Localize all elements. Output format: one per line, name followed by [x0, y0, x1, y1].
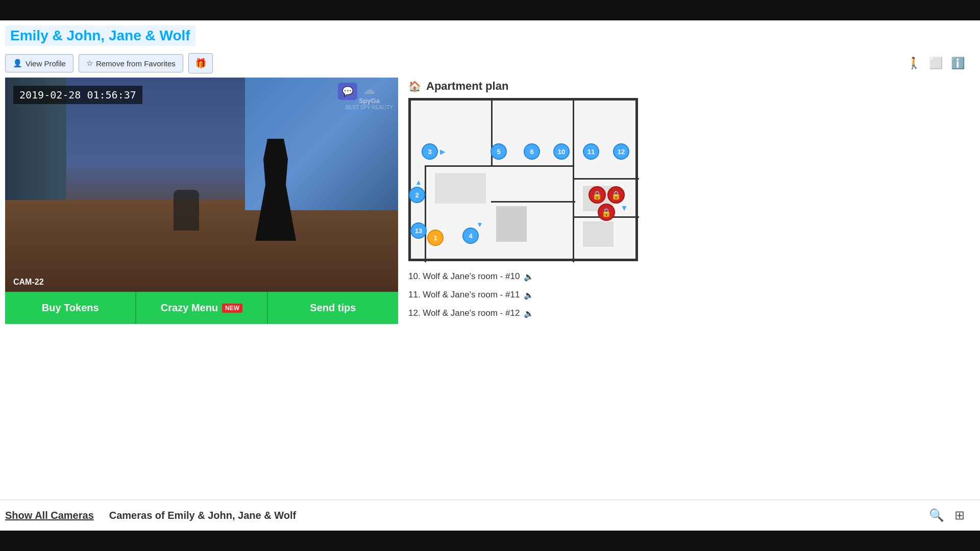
view-profile-button[interactable]: 👤 View Profile: [5, 54, 74, 72]
cam-12-label: 12: [618, 148, 625, 156]
cam-5-label: 5: [497, 148, 500, 156]
gift-icon: 🎁: [195, 58, 206, 68]
video-timestamp: 2019-02-28 01:56:37: [13, 86, 142, 104]
camera-list-item-10: 10. Wolf & Jane's room - #10 🔈: [408, 271, 975, 282]
crazy-menu-label: Crazy Menu: [161, 302, 218, 314]
action-bar: 👤 View Profile ☆ Remove from Favorites 🎁…: [0, 49, 980, 78]
cam-marker-5[interactable]: 5: [491, 143, 507, 160]
crazy-menu-button[interactable]: Crazy Menu NEW: [135, 292, 267, 324]
remove-favorites-label: Remove from Favorites: [96, 59, 176, 68]
cam-marker-6[interactable]: 6: [524, 143, 540, 160]
cameras-of-label: Cameras of Emily & John, Jane & Wolf: [109, 510, 296, 521]
cam-marker-4[interactable]: 4: [462, 228, 479, 244]
send-tips-label: Send tips: [310, 302, 356, 313]
cam-marker-11[interactable]: 11: [583, 143, 599, 160]
cam-4-label: 4: [469, 232, 472, 240]
cam-marker-1[interactable]: 1: [427, 230, 444, 246]
grid-icon[interactable]: ⊞: [954, 508, 965, 522]
cam-10-label: 10: [558, 148, 565, 156]
lock-arrow: ▼: [620, 204, 628, 213]
arrow-3: ▶: [440, 147, 446, 156]
sound-icon-10[interactable]: 🔈: [524, 272, 534, 282]
content-area: 2019-02-28 01:56:37 CAM-22 ☁ SpyGa BEST …: [0, 78, 980, 531]
sound-icon-12[interactable]: 🔈: [524, 309, 534, 318]
buy-tokens-label: Buy Tokens: [42, 302, 99, 313]
cam-marker-13[interactable]: 13: [410, 222, 427, 239]
person-motion-icon[interactable]: 🚶: [907, 57, 921, 70]
camera-list-item-12: 12. Wolf & Jane's room - #12 🔈: [408, 308, 975, 318]
lock-2: 🔒: [607, 186, 625, 204]
cam-3-label: 3: [428, 148, 431, 156]
cam-marker-12[interactable]: 12: [613, 143, 629, 160]
camera-10-text: 10. Wolf & Jane's room - #10: [408, 271, 520, 282]
sound-icon-11[interactable]: 🔈: [524, 290, 534, 300]
cam-6-label: 6: [530, 148, 533, 156]
apartment-plan-title: Apartment plan: [426, 80, 508, 93]
room-floor: [5, 200, 398, 292]
cam-label: CAM-22: [13, 278, 44, 287]
bottom-right-icons: 🔍 ⊞: [929, 508, 975, 522]
cam-11-label: 11: [587, 148, 595, 156]
arrow-2-up: ▲: [415, 178, 422, 186]
send-tips-button[interactable]: Send tips: [268, 292, 398, 324]
top-bar: [0, 0, 980, 20]
furniture-sofa: [435, 173, 486, 204]
wall-h3: [573, 178, 639, 180]
apartment-plan-header: 🏠 Apartment plan: [408, 78, 975, 98]
lock-1: 🔒: [589, 186, 606, 204]
video-container: 2019-02-28 01:56:37 CAM-22 ☁ SpyGa BEST …: [5, 78, 398, 292]
page-header: Emily & John, Jane & Wolf: [0, 20, 980, 49]
camera-11-text: 11. Wolf & Jane's room - #11: [408, 290, 520, 300]
new-badge: NEW: [222, 304, 242, 313]
furniture-table: [496, 206, 527, 242]
camera-list: 10. Wolf & Jane's room - #10 🔈 11. Wolf …: [408, 271, 975, 327]
wall-h1: [425, 165, 573, 167]
camera-12-text: 12. Wolf & Jane's room - #12: [408, 308, 520, 318]
gift-button[interactable]: 🎁: [188, 53, 213, 73]
bottom-nav: Show All Cameras Cameras of Emily & John…: [0, 499, 980, 531]
watermark-text2: BEST SPY REALITY: [346, 105, 393, 110]
camera-list-item-11: 11. Wolf & Jane's room - #11 🔈: [408, 290, 975, 300]
info-icon[interactable]: ℹ️: [951, 57, 965, 70]
remove-favorites-button[interactable]: ☆ Remove from Favorites: [79, 54, 183, 72]
right-panel: 🏠 Apartment plan: [408, 78, 975, 525]
main-content: Emily & John, Jane & Wolf 👤 View Profile…: [0, 20, 980, 531]
seated-figure: [174, 190, 199, 231]
video-section: 2019-02-28 01:56:37 CAM-22 ☁ SpyGa BEST …: [5, 78, 398, 525]
lock-3: 🔒: [598, 204, 615, 221]
show-all-cameras-link[interactable]: Show All Cameras: [5, 510, 94, 521]
cam-marker-3[interactable]: 3: [422, 143, 438, 160]
star-icon: ☆: [86, 59, 93, 68]
floor-plan: 1 2 3 4 5 6 10: [408, 98, 638, 261]
wall-h2: [491, 201, 575, 203]
cam-13-label: 13: [415, 227, 422, 235]
plan-icon: 🏠: [408, 80, 421, 92]
toolbar-icons: 🚶 ⬜ ℹ️: [907, 57, 975, 70]
wall-v2: [573, 99, 574, 262]
cam-1-label: 1: [433, 234, 437, 242]
cam-2-label: 2: [415, 191, 419, 199]
wall-v3: [425, 165, 426, 262]
cam-marker-2[interactable]: 2: [409, 187, 425, 203]
view-profile-label: View Profile: [26, 59, 66, 68]
cam-marker-10[interactable]: 10: [553, 143, 570, 160]
action-buttons: Buy Tokens Crazy Menu NEW Send tips: [5, 292, 398, 324]
arrow-4-down: ▼: [476, 220, 483, 229]
chat-icon[interactable]: 💬: [338, 83, 357, 100]
square-icon[interactable]: ⬜: [929, 57, 943, 70]
furniture-bed2: [583, 221, 614, 247]
bottom-bar: [0, 531, 980, 551]
search-icon[interactable]: 🔍: [929, 508, 944, 522]
buy-tokens-button[interactable]: Buy Tokens: [5, 292, 135, 324]
person-icon: 👤: [13, 59, 22, 68]
page-title: Emily & John, Jane & Wolf: [5, 26, 195, 46]
